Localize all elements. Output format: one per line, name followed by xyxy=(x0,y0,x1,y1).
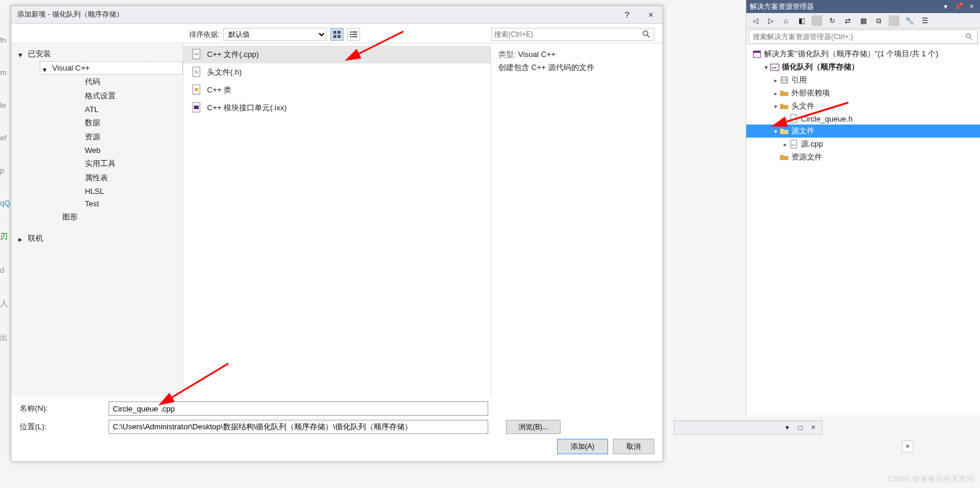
tree-hlsl[interactable]: HLSL xyxy=(73,185,183,197)
location-input[interactable] xyxy=(109,420,488,434)
properties-icon[interactable]: ☰ xyxy=(919,15,930,26)
svg-rect-4 xyxy=(350,31,352,33)
description-panel: 类型: Visual C++ 创建包含 C++ 源代码的文件 xyxy=(491,43,663,397)
chevron-right-icon xyxy=(781,141,789,148)
svg-text:++: ++ xyxy=(772,66,777,70)
window-icon[interactable]: ▾ xyxy=(782,423,792,432)
sln-source-file[interactable]: ++ 源.cpp xyxy=(746,138,980,151)
switch-view-icon[interactable]: ◧ xyxy=(796,15,807,26)
forward-icon[interactable]: ▷ xyxy=(765,15,776,26)
sln-refs-node[interactable]: 引用 xyxy=(746,74,980,87)
watermark: CSDN @落春只在无意间 xyxy=(888,474,974,484)
tree-test[interactable]: Test xyxy=(73,197,183,210)
tree-util[interactable]: 实用工具 xyxy=(73,157,183,171)
template-cpp-file[interactable]: ++ C++ 文件(.cpp) xyxy=(183,46,491,63)
svg-text:++: ++ xyxy=(194,52,199,56)
tree-props[interactable]: 属性表 xyxy=(73,171,183,185)
svg-point-17 xyxy=(195,88,198,91)
svg-text:++: ++ xyxy=(791,143,796,146)
show-all-icon[interactable]: ▦ xyxy=(858,15,868,26)
chevron-down-icon xyxy=(762,64,770,71)
dropdown-icon[interactable]: ▾ xyxy=(941,2,950,11)
dialog-titlebar: 添加新项 - 循化队列（顺序存储） ? × xyxy=(11,6,663,24)
tree-format[interactable]: 格式设置 xyxy=(73,89,183,103)
close-button[interactable]: × xyxy=(639,10,663,20)
h-file-icon: h xyxy=(192,66,202,77)
sln-toolbar: ◁ ▷ ⌂ ◧ ↻ ⇄ ▦ ⧉ 🔧 ☰ xyxy=(746,13,980,28)
template-list: ++ C++ 文件(.cpp) h 头文件(.h) C++ 类 C++ 模块接口… xyxy=(183,43,491,397)
sln-solution-node[interactable]: 解决方案"循化队列（顺序存储）"(1 个项目/共 1 个) xyxy=(746,47,980,60)
sln-headers-node[interactable]: 头文件 xyxy=(746,100,980,113)
sln-search[interactable] xyxy=(749,30,978,44)
tree-atl[interactable]: ATL xyxy=(73,103,183,116)
wrench-icon[interactable]: 🔧 xyxy=(904,15,915,26)
chevron-right-icon xyxy=(771,90,779,97)
tree-code[interactable]: 代码 xyxy=(73,75,183,89)
search-input[interactable] xyxy=(494,30,642,39)
svg-rect-5 xyxy=(352,31,357,33)
dialog-title: 添加新项 - 循化队列（顺序存储） xyxy=(17,9,615,20)
svg-rect-28 xyxy=(791,114,797,123)
type-value: Visual C++ xyxy=(518,50,555,59)
search-box[interactable] xyxy=(491,28,654,41)
search-icon xyxy=(965,33,973,41)
svg-rect-9 xyxy=(352,36,357,37)
sln-title: 解决方案资源管理器 xyxy=(750,2,941,12)
module-icon xyxy=(192,102,202,113)
name-input[interactable] xyxy=(109,401,488,416)
svg-rect-2 xyxy=(333,35,336,38)
svg-rect-19 xyxy=(194,106,199,109)
list-view-button[interactable] xyxy=(347,28,360,41)
chevron-down-icon xyxy=(771,103,779,110)
close-icon[interactable]: × xyxy=(967,2,976,11)
folder-icon xyxy=(779,101,789,111)
pin-icon[interactable]: 📌 xyxy=(954,2,963,11)
sln-search-input[interactable] xyxy=(753,33,965,41)
chevron-right-icon xyxy=(18,235,24,241)
sln-tree: 解决方案"循化队列（顺序存储）"(1 个项目/共 1 个) ++ 循化队列（顺序… xyxy=(746,45,980,415)
svg-point-10 xyxy=(643,31,648,36)
chevron-right-icon xyxy=(771,77,779,84)
close-icon[interactable]: × xyxy=(809,423,818,432)
copy-icon[interactable]: ⧉ xyxy=(873,15,884,26)
template-header-file[interactable]: h 头文件(.h) xyxy=(183,63,491,81)
svg-text:h: h xyxy=(195,69,198,75)
sln-sources-node[interactable]: 源文件 xyxy=(746,125,980,138)
grid-view-button[interactable] xyxy=(330,28,343,41)
template-module-ixx[interactable]: C++ 模块接口单元(.ixx) xyxy=(183,99,491,117)
sln-resources-node[interactable]: 资源文件 xyxy=(746,151,980,164)
refs-icon xyxy=(779,75,789,85)
sln-header-file[interactable]: Circle_queue.h xyxy=(746,113,980,125)
sln-project-node[interactable]: ++ 循化队列（顺序存储） xyxy=(746,60,980,74)
cpp-file-icon: ++ xyxy=(789,139,798,149)
tree-graphics[interactable]: 图形 xyxy=(40,210,183,224)
solution-explorer: 解决方案资源管理器 ▾ 📌 × ◁ ▷ ⌂ ◧ ↻ ⇄ ▦ ⧉ 🔧 ☰ 解决方案… xyxy=(746,0,980,415)
svg-rect-6 xyxy=(350,34,352,35)
sln-titlebar: 解决方案资源管理器 ▾ 📌 × xyxy=(746,0,980,13)
svg-rect-8 xyxy=(350,36,352,37)
tree-data[interactable]: 数据 xyxy=(73,116,183,130)
help-button[interactable]: ? xyxy=(615,10,639,20)
background-code: fnmleefpqQ刃d入出 xyxy=(0,0,11,415)
sort-select[interactable]: 默认值 xyxy=(223,28,327,41)
tree-resource[interactable]: 资源 xyxy=(73,130,183,144)
mini-close-button[interactable]: × xyxy=(902,441,914,452)
maximize-icon[interactable]: □ xyxy=(796,423,805,432)
browse-button[interactable]: 浏览(B)... xyxy=(506,420,561,434)
folder-open-icon xyxy=(779,126,789,136)
cancel-button[interactable]: 取消 xyxy=(613,439,654,454)
refresh-icon[interactable]: ↻ xyxy=(827,15,838,26)
folder-icon xyxy=(779,152,789,162)
home-icon[interactable]: ⌂ xyxy=(781,15,791,26)
tree-online[interactable]: 联机 xyxy=(16,231,183,245)
tree-visual-cpp[interactable]: Visual C++ xyxy=(40,61,183,75)
add-button[interactable]: 添加(A) xyxy=(557,439,608,454)
sync-icon[interactable]: ⇄ xyxy=(842,15,853,26)
back-icon[interactable]: ◁ xyxy=(750,15,761,26)
template-cpp-class[interactable]: C++ 类 xyxy=(183,81,491,99)
folder-icon xyxy=(779,88,789,98)
sln-external-node[interactable]: 外部依赖项 xyxy=(746,87,980,100)
tree-installed[interactable]: 已安装 xyxy=(16,47,183,61)
tree-web[interactable]: Web xyxy=(73,144,183,157)
location-label: 位置(L): xyxy=(20,422,103,432)
